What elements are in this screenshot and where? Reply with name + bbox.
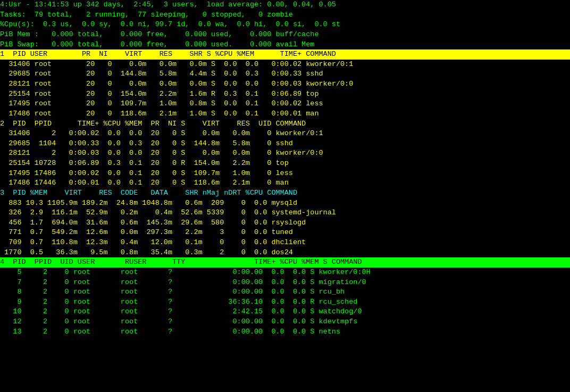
table-row: 1770 0.5 36.3m 9.5m 0.8m 35.4m 0.3m 2 0 …: [0, 248, 570, 258]
section3-header: 3 PID %MEM VIRT RES CODE DATA SHR nMaj n…: [0, 188, 570, 198]
table-row: 17486 17446 0:00.01 0.0 0.1 20 0 S 118.6…: [0, 178, 570, 188]
section2-header: 2 PID PPID TIME+ %CPU %MEM PR NI S VIRT …: [0, 119, 570, 129]
section1-header: 1 PID USER PR NI VIRT RES SHR S %CPU %ME…: [0, 49, 570, 60]
table-row: 17495 17486 0:00.02 0.0 0.1 20 0 S 109.7…: [0, 169, 570, 179]
table-row: 883 10.3 1105.9m 189.2m 24.8m 1048.8m 0.…: [0, 198, 570, 208]
section1-rows: 31406 root 20 0 0.0m 0.0m 0.0m S 0.0 0.0…: [0, 60, 570, 119]
table-row: 28121 2 0:00.03 0.0 0.0 20 0 S 0.0m 0.0m…: [0, 148, 570, 159]
table-row: 31406 2 0:00.02 0.0 0.0 20 0 S 0.0m 0.0m…: [0, 129, 570, 139]
table-row: 7 2 0 root root ? 0:00.00 0.0 0.0 S migr…: [0, 278, 570, 288]
header-line-1: 4:Usr - 13:41:53 up 342 days, 2:45, 3 us…: [0, 0, 570, 10]
table-row: 326 2.9 116.1m 52.9m 0.2m 0.4m 52.6m 533…: [0, 208, 570, 218]
section3-rows: 883 10.3 1105.9m 189.2m 24.8m 1048.8m 0.…: [0, 198, 570, 258]
table-row: 29685 1104 0:00.33 0.0 0.3 20 0 S 144.8m…: [0, 139, 570, 149]
table-row: 25154 10728 0:06.89 0.3 0.1 20 0 R 154.0…: [0, 159, 570, 169]
table-row: 29685 root 20 0 144.8m 5.8m 4.4m S 0.0 0…: [0, 69, 570, 79]
table-row: 25154 root 20 0 154.0m 2.2m 1.6m R 0.3 0…: [0, 89, 570, 99]
table-row: 17495 root 20 0 109.7m 1.0m 0.8m S 0.0 0…: [0, 99, 570, 109]
header-line-5: PiB Swap: 0.000 total, 0.000 free, 0.000…: [0, 40, 570, 50]
section4-header: 4 PID PPID UID USER RUSER TTY TIME+ %CPU…: [0, 257, 570, 268]
table-row: 5 2 0 root root ? 0:00.00 0.0 0.0 S kwor…: [0, 268, 570, 278]
section2-rows: 31406 2 0:00.02 0.0 0.0 20 0 S 0.0m 0.0m…: [0, 129, 570, 188]
table-row: 13 2 0 root root ? 0:00.00 0.0 0.0 S net…: [0, 327, 570, 337]
header-line-4: PiB Mem : 0.000 total, 0.000 free, 0.000…: [0, 30, 570, 40]
table-row: 456 1.7 694.0m 31.6m 0.6m 145.3m 29.6m 5…: [0, 218, 570, 228]
table-row: 10 2 0 root root ? 2:42.15 0.0 0.0 S wat…: [0, 307, 570, 317]
table-row: 17486 root 20 0 118.6m 2.1m 1.0m S 0.0 0…: [0, 109, 570, 119]
table-row: 709 0.7 110.8m 12.3m 0.4m 12.0m 0.1m 0 0…: [0, 238, 570, 248]
header-line-3: %Cpu(s): 0.3 us, 0.0 sy, 0.0 ni, 99.7 id…: [0, 20, 570, 30]
terminal: 4:Usr - 13:41:53 up 342 days, 2:45, 3 us…: [0, 0, 570, 337]
table-row: 31406 root 20 0 0.0m 0.0m 0.0m S 0.0 0.0…: [0, 60, 570, 70]
table-row: 12 2 0 root root ? 0:00.00 0.0 0.0 S kde…: [0, 317, 570, 327]
table-row: 771 0.7 549.2m 12.6m 0.0m 297.3m 2.2m 3 …: [0, 228, 570, 238]
section4-rows: 5 2 0 root root ? 0:00.00 0.0 0.0 S kwor…: [0, 268, 570, 337]
table-row: 28121 root 20 0 0.0m 0.0m 0.0m S 0.0 0.0…: [0, 79, 570, 89]
header-line-2: Tasks: 79 total, 2 running, 77 sleeping,…: [0, 10, 570, 20]
table-row: 9 2 0 root root ? 36:36.10 0.0 0.0 R rcu…: [0, 297, 570, 307]
table-row: 8 2 0 root root ? 0:00.00 0.0 0.0 S rcu_…: [0, 287, 570, 297]
